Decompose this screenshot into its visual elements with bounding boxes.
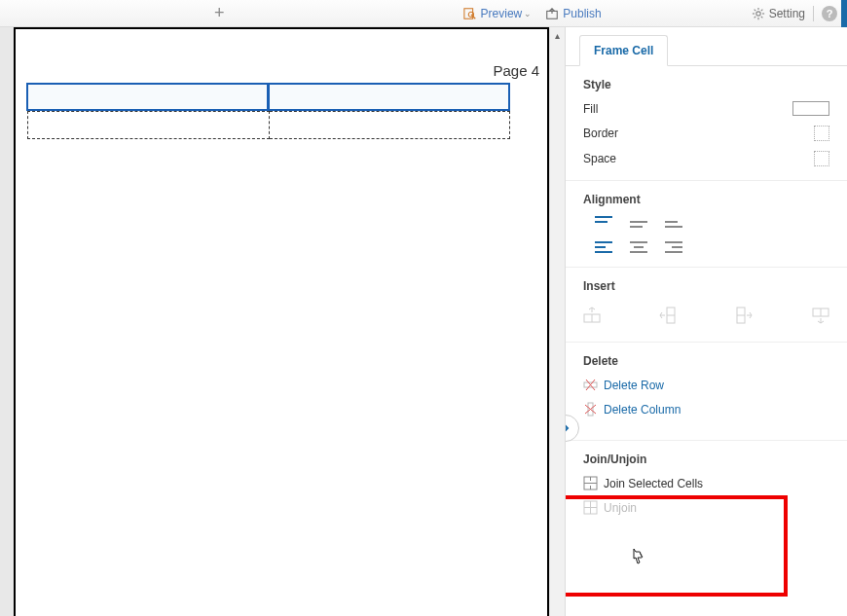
insert-row-above-icon[interactable] bbox=[583, 307, 601, 324]
table-cell[interactable] bbox=[27, 111, 270, 139]
section-join-unjoin: Join/Unjoin Join Selected Cells Unjoin bbox=[566, 441, 847, 538]
help-button[interactable]: ? bbox=[822, 6, 837, 21]
table-frame[interactable] bbox=[27, 84, 510, 139]
unjoin-label: Unjoin bbox=[604, 501, 637, 515]
space-label: Space bbox=[583, 152, 616, 165]
caret-down-icon: ⌄ bbox=[524, 9, 532, 18]
preview-icon bbox=[463, 7, 477, 20]
border-picker-icon[interactable] bbox=[814, 126, 829, 141]
delete-row-label: Delete Row bbox=[604, 379, 664, 392]
delete-column-button[interactable]: Delete Column bbox=[583, 402, 829, 417]
top-toolbar: + Preview ⌄ Publish Setting ? bbox=[0, 0, 847, 27]
border-label: Border bbox=[583, 127, 618, 140]
fill-color-swatch[interactable] bbox=[792, 101, 829, 116]
publish-button[interactable]: Publish bbox=[545, 7, 601, 20]
svg-point-3 bbox=[755, 11, 759, 15]
table-cell-selected[interactable] bbox=[26, 83, 269, 111]
valign-bottom-button[interactable] bbox=[665, 216, 682, 228]
table-cell-selected[interactable] bbox=[268, 83, 510, 111]
add-page-button[interactable]: + bbox=[214, 3, 225, 23]
setting-button[interactable]: Setting bbox=[752, 7, 805, 20]
toolbar-divider bbox=[813, 6, 814, 21]
insert-row-below-icon[interactable] bbox=[812, 307, 829, 324]
join-selected-cells-button[interactable]: Join Selected Cells bbox=[583, 476, 829, 490]
section-insert: Insert bbox=[566, 268, 847, 343]
halign-right-button[interactable] bbox=[665, 241, 682, 253]
preview-button[interactable]: Preview ⌄ bbox=[463, 7, 533, 20]
publish-icon bbox=[545, 7, 559, 20]
setting-label: Setting bbox=[769, 7, 805, 20]
svg-line-11 bbox=[760, 9, 762, 11]
alignment-heading: Alignment bbox=[583, 193, 829, 206]
fill-label: Fill bbox=[583, 102, 598, 116]
halign-center-button[interactable] bbox=[630, 241, 647, 253]
section-delete: Delete Delete Row Delete Column bbox=[566, 343, 847, 441]
unjoin-cells-icon bbox=[583, 500, 598, 515]
table-row bbox=[27, 111, 510, 139]
canvas-area: Page 4 ▴ bbox=[0, 27, 565, 616]
publish-label: Publish bbox=[563, 7, 601, 20]
svg-line-8 bbox=[754, 9, 755, 11]
gear-icon bbox=[752, 7, 765, 20]
insert-column-right-icon[interactable] bbox=[735, 307, 753, 324]
delete-row-icon bbox=[583, 378, 598, 392]
sidebar-tabs: Frame Cell bbox=[566, 27, 847, 66]
delete-column-label: Delete Column bbox=[604, 403, 681, 417]
delete-heading: Delete bbox=[583, 354, 829, 368]
insert-heading: Insert bbox=[583, 279, 829, 293]
table-cell[interactable] bbox=[270, 111, 511, 139]
space-picker-icon[interactable] bbox=[814, 151, 829, 166]
join-heading: Join/Unjoin bbox=[583, 453, 829, 466]
insert-column-left-icon[interactable] bbox=[659, 307, 677, 324]
valign-top-button[interactable] bbox=[595, 216, 612, 228]
svg-line-9 bbox=[760, 16, 762, 18]
svg-line-10 bbox=[754, 16, 755, 18]
delete-row-button[interactable]: Delete Row bbox=[583, 378, 829, 392]
unjoin-button[interactable]: Unjoin bbox=[583, 500, 829, 515]
page-number-label: Page 4 bbox=[493, 62, 539, 79]
tab-frame-cell[interactable]: Frame Cell bbox=[579, 35, 668, 66]
style-heading: Style bbox=[583, 78, 829, 91]
page-canvas[interactable]: Page 4 bbox=[14, 27, 549, 616]
section-style: Style Fill Border Space bbox=[566, 66, 847, 181]
scroll-up-icon[interactable]: ▴ bbox=[550, 27, 565, 43]
join-cells-label: Join Selected Cells bbox=[604, 477, 703, 490]
valign-middle-button[interactable] bbox=[630, 216, 647, 228]
join-cells-icon bbox=[583, 476, 598, 490]
vertical-scrollbar[interactable]: ▴ bbox=[549, 27, 565, 616]
section-alignment: Alignment bbox=[566, 181, 847, 268]
halign-left-button[interactable] bbox=[595, 241, 612, 253]
preview-label: Preview bbox=[481, 7, 523, 20]
table-row bbox=[27, 84, 510, 111]
delete-column-icon bbox=[583, 402, 598, 417]
properties-sidebar: Frame Cell Style Fill Border Space Align… bbox=[565, 27, 847, 616]
